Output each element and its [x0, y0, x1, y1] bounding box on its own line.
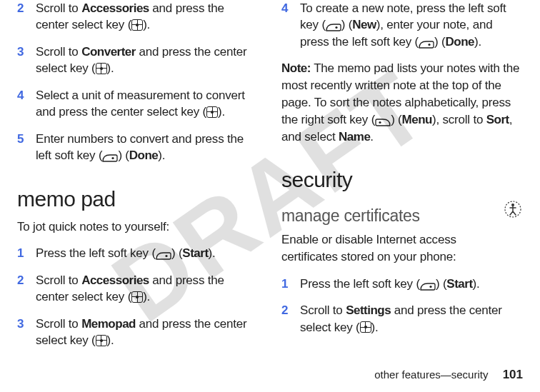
svg-point-3: [428, 44, 430, 46]
step-number: 3: [17, 44, 36, 77]
svg-point-1: [165, 255, 167, 257]
left-soft-key-icon: [326, 20, 341, 29]
step-item: 1Press the left soft key () (Start).: [17, 245, 259, 261]
right-column: 4 To create a new note, press the left s…: [281, 0, 523, 321]
page-number: 101: [503, 368, 523, 381]
memo-intro: To jot quick notes to yourself:: [17, 218, 259, 236]
heading-security: security: [281, 168, 523, 192]
step-text: Scroll to Settings and press the center …: [300, 302, 523, 336]
step-4-create-note: 4 To create a new note, press the left s…: [281, 0, 523, 50]
step-item: 2Scroll to Accessories and press the cen…: [17, 272, 259, 306]
accessibility-icon: [503, 199, 523, 219]
left-column: 2Scroll to Accessories and press the cen…: [17, 0, 259, 321]
step-text: Scroll to Memopad and press the center s…: [36, 316, 259, 349]
svg-point-0: [112, 157, 114, 159]
step-item: 2Scroll to Accessories and press the cen…: [17, 0, 259, 34]
right-soft-key-icon: [375, 115, 391, 124]
step-text: Scroll to Accessories and press the cent…: [36, 0, 259, 34]
left-soft-key-icon: [419, 37, 434, 46]
step-item: 2Scroll to Settings and press the center…: [281, 302, 523, 336]
step-text: To create a new note, press the left sof…: [300, 0, 523, 50]
center-key-icon: [360, 321, 371, 333]
step-number: 4: [281, 0, 300, 50]
step-number: 2: [17, 0, 36, 34]
svg-point-2: [335, 26, 337, 29]
center-key-icon: [131, 291, 143, 303]
center-key-icon: [131, 19, 143, 31]
step-text: Press the left soft key () (Start).: [36, 245, 259, 261]
step-item: 3Scroll to Memopad and press the center …: [17, 316, 259, 349]
step-number: 1: [17, 245, 36, 261]
step-number: 4: [17, 87, 36, 121]
certs-intro: Enable or disable Internet access certif…: [281, 231, 496, 266]
svg-point-7: [429, 286, 431, 288]
steps-group-a: 2Scroll to Accessories and press the cen…: [17, 0, 259, 174]
step-text: Press the left soft key () (Start).: [300, 276, 523, 292]
step-number: 2: [17, 272, 36, 306]
footer-text: other features—security: [374, 368, 488, 381]
heading-memo-pad: memo pad: [17, 187, 259, 211]
step-text: Enter numbers to convert and press the l…: [36, 131, 259, 164]
page-footer: other features—security 101: [374, 368, 523, 382]
step-text: Scroll to Accessories and press the cent…: [36, 272, 259, 306]
step-item: 3Scroll to Converter and press the cente…: [17, 44, 259, 77]
steps-group-security: 1Press the left soft key () (Start).2Scr…: [281, 276, 523, 346]
left-soft-key-icon: [102, 151, 118, 160]
center-key-icon: [206, 106, 218, 118]
step-item: 5Enter numbers to convert and press the …: [17, 131, 259, 164]
center-key-icon: [96, 335, 107, 346]
page-columns: 2Scroll to Accessories and press the cen…: [0, 0, 540, 356]
step-number: 1: [281, 276, 300, 292]
step-number: 2: [281, 302, 300, 336]
step-text: Scroll to Converter and press the center…: [36, 44, 259, 77]
subheading-manage-certificates: manage certificates: [281, 206, 496, 226]
left-soft-key-icon: [420, 279, 436, 288]
step-item: 1Press the left soft key () (Start).: [281, 276, 523, 292]
step-text: Select a unit of measurement to convert …: [36, 87, 259, 121]
step-item: 4Select a unit of measurement to convert…: [17, 87, 259, 121]
center-key-icon: [96, 63, 107, 74]
step-number: 3: [17, 316, 36, 349]
left-soft-key-icon: [156, 248, 171, 258]
svg-point-4: [379, 121, 381, 124]
step-number: 5: [17, 131, 36, 164]
steps-group-b: 1Press the left soft key () (Start).2Scr…: [17, 245, 259, 358]
note-paragraph: Note: The memo pad lists your notes with…: [281, 60, 523, 145]
